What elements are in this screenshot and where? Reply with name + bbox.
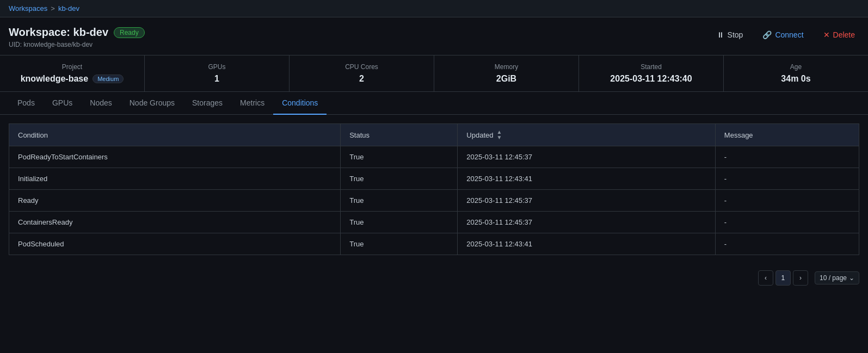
page-size-selector[interactable]: 10 / page ⌄: [815, 271, 859, 284]
cell-message: -: [715, 146, 859, 168]
cell-condition: Initialized: [9, 168, 341, 190]
prev-page-button[interactable]: ‹: [758, 270, 773, 286]
stat-age: Age 34m 0s: [724, 55, 868, 91]
page-header-left: Workspace: kb-dev Ready UID: knowledge-b…: [9, 26, 145, 48]
table-container: Condition Status Updated ▲▼ Message PodR…: [0, 115, 868, 264]
cell-status: True: [341, 233, 458, 255]
stat-project-value: knowledge-base Medium: [11, 74, 133, 84]
cell-status: True: [341, 190, 458, 212]
breadcrumb-current[interactable]: kb-dev: [58, 4, 79, 13]
cell-updated: 2025-03-11 12:45:37: [458, 146, 715, 168]
project-name: knowledge-base: [21, 74, 88, 84]
table-row: PodReadyToStartContainers True 2025-03-1…: [9, 146, 859, 168]
stat-memory: Memory 2GiB: [434, 55, 579, 91]
delete-button[interactable]: ✕ Delete: [819, 28, 859, 41]
stat-gpus: GPUs 1: [145, 55, 290, 91]
cell-status: True: [341, 168, 458, 190]
table-row: ContainersReady True 2025-03-11 12:45:37…: [9, 212, 859, 233]
sort-icon: ▲▼: [497, 129, 502, 140]
page-title: Workspace: kb-dev: [9, 26, 108, 39]
conditions-table: Condition Status Updated ▲▼ Message PodR…: [9, 123, 859, 255]
tab-storages[interactable]: Storages: [183, 92, 231, 115]
tab-pods[interactable]: Pods: [9, 92, 44, 115]
stat-cpu-label: CPU Cores: [300, 63, 423, 71]
breadcrumb-separator: >: [51, 4, 55, 13]
status-badge: Ready: [114, 27, 145, 38]
link-icon: 🔗: [762, 30, 772, 39]
tab-conditions[interactable]: Conditions: [273, 92, 327, 115]
cell-message: -: [715, 190, 859, 212]
cell-condition: PodScheduled: [9, 233, 341, 255]
page-header: Workspace: kb-dev Ready UID: knowledge-b…: [0, 17, 868, 55]
col-updated-label: Updated: [466, 131, 493, 139]
table-header-row: Condition Status Updated ▲▼ Message: [9, 124, 859, 146]
page-size-label: 10 / page: [820, 274, 847, 282]
stat-project: Project knowledge-base Medium: [0, 55, 145, 91]
stat-started-value: 2025-03-11 12:43:40: [590, 74, 712, 84]
next-page-button[interactable]: ›: [793, 270, 808, 286]
uid-text: UID: knowledge-base/kb-dev: [9, 41, 145, 48]
cell-updated: 2025-03-11 12:43:41: [458, 168, 715, 190]
tab-metrics[interactable]: Metrics: [231, 92, 273, 115]
stop-label: Stop: [728, 30, 743, 39]
breadcrumb-workspaces[interactable]: Workspaces: [9, 4, 47, 13]
stat-cpu-value: 2: [300, 74, 423, 84]
stat-started: Started 2025-03-11 12:43:40: [579, 55, 724, 91]
connect-label: Connect: [775, 30, 803, 39]
stat-gpus-label: GPUs: [156, 63, 278, 71]
table-body: PodReadyToStartContainers True 2025-03-1…: [9, 146, 859, 255]
project-tier-badge: Medium: [93, 75, 124, 83]
cell-condition: PodReadyToStartContainers: [9, 146, 341, 168]
table-row: Ready True 2025-03-11 12:45:37 -: [9, 190, 859, 212]
table-row: Initialized True 2025-03-11 12:43:41 -: [9, 168, 859, 190]
stat-project-label: Project: [11, 63, 133, 71]
cell-condition: ContainersReady: [9, 212, 341, 233]
close-icon: ✕: [823, 30, 830, 39]
chevron-down-icon: ⌄: [849, 274, 854, 282]
col-condition: Condition: [9, 124, 341, 146]
delete-label: Delete: [833, 30, 855, 39]
connect-button[interactable]: 🔗 Connect: [758, 28, 808, 41]
stat-memory-value: 2GiB: [445, 74, 568, 84]
cell-message: -: [715, 168, 859, 190]
stat-memory-label: Memory: [445, 63, 568, 71]
cell-message: -: [715, 212, 859, 233]
cell-message: -: [715, 233, 859, 255]
stats-bar: Project knowledge-base Medium GPUs 1 CPU…: [0, 55, 868, 92]
cell-condition: Ready: [9, 190, 341, 212]
pagination-bar: ‹ 1 › 10 / page ⌄: [0, 264, 868, 292]
stat-gpus-value: 1: [156, 74, 278, 84]
cell-updated: 2025-03-11 12:45:37: [458, 212, 715, 233]
cell-updated: 2025-03-11 12:43:41: [458, 233, 715, 255]
stat-age-label: Age: [735, 63, 857, 71]
page-header-actions: ⏸ Stop 🔗 Connect ✕ Delete: [712, 28, 859, 41]
col-updated[interactable]: Updated ▲▼: [458, 124, 715, 146]
stat-age-value: 34m 0s: [735, 74, 857, 84]
tab-nodes[interactable]: Nodes: [81, 92, 120, 115]
page-1-button[interactable]: 1: [775, 270, 791, 286]
col-message: Message: [715, 124, 859, 146]
table-row: PodScheduled True 2025-03-11 12:43:41 -: [9, 233, 859, 255]
workspace-title-row: Workspace: kb-dev Ready: [9, 26, 145, 39]
stat-started-label: Started: [590, 63, 712, 71]
cell-status: True: [341, 146, 458, 168]
stop-icon: ⏸: [717, 30, 724, 39]
tabs-bar: Pods GPUs Nodes Node Groups Storages Met…: [0, 92, 868, 115]
tab-node-groups[interactable]: Node Groups: [121, 92, 183, 115]
col-status: Status: [341, 124, 458, 146]
top-nav: Workspaces > kb-dev: [0, 0, 868, 17]
stop-button[interactable]: ⏸ Stop: [712, 28, 748, 41]
tab-gpus[interactable]: GPUs: [44, 92, 81, 115]
stat-cpu-cores: CPU Cores 2: [290, 55, 434, 91]
cell-updated: 2025-03-11 12:45:37: [458, 190, 715, 212]
cell-status: True: [341, 212, 458, 233]
